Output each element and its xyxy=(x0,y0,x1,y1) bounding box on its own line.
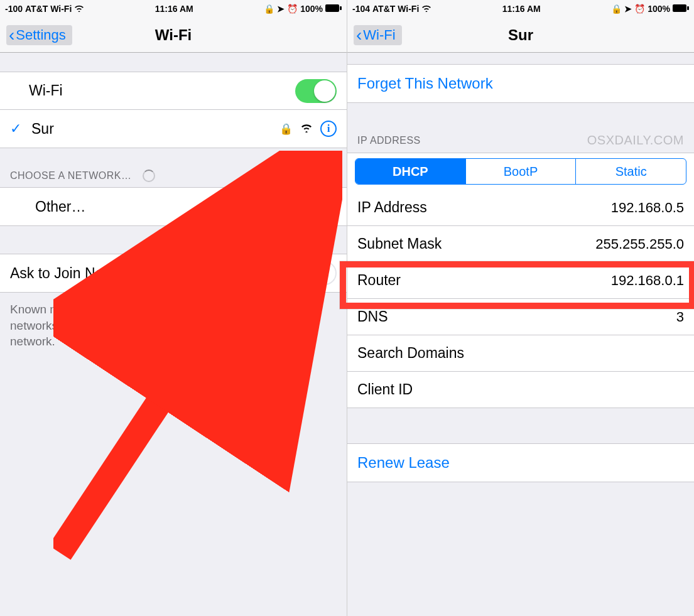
svg-rect-3 xyxy=(673,4,686,12)
wifi-toggle-row[interactable]: Wi-Fi xyxy=(0,72,347,110)
nav-bar: ‹ Wi-Fi Sur xyxy=(347,18,694,53)
battery-icon xyxy=(325,4,342,14)
wifi-toggle[interactable] xyxy=(295,79,337,103)
alarm-icon: ⏰ xyxy=(634,4,645,14)
ip-mode-segmented[interactable]: DHCP BootP Static xyxy=(355,158,686,185)
location-icon: ➤ xyxy=(624,4,632,14)
subnet-mask-row: Subnet Mask 255.255.255.0 xyxy=(347,226,694,262)
ip-address-value: 192.168.0.5 xyxy=(611,200,684,216)
signal-strength: -100 xyxy=(5,4,23,14)
spinner-icon xyxy=(143,170,155,182)
svg-rect-0 xyxy=(325,4,339,12)
wifi-icon xyxy=(74,4,84,14)
renew-lease-button[interactable]: Renew Lease xyxy=(347,444,694,482)
location-icon: ➤ xyxy=(277,4,285,14)
segment-bootp[interactable]: BootP xyxy=(466,159,577,184)
status-bar: -100 AT&T Wi-Fi 11:16 AM 🔒 ➤ ⏰ 100% xyxy=(0,0,347,18)
chevron-left-icon: ‹ xyxy=(9,26,14,44)
clock: 11:16 AM xyxy=(155,4,193,14)
page-title: Sur xyxy=(508,26,533,44)
battery-percent: 100% xyxy=(648,4,670,14)
lock-icon: 🔒 xyxy=(279,122,293,136)
segment-static[interactable]: Static xyxy=(576,159,686,184)
lock-icon: 🔒 xyxy=(264,4,274,14)
ask-to-join-label: Ask to Join Networks xyxy=(10,265,145,282)
search-domains-row[interactable]: Search Domains xyxy=(347,335,694,372)
wifi-toggle-label: Wi-Fi xyxy=(10,82,63,99)
lock-icon: 🔒 xyxy=(611,4,622,14)
wifi-icon xyxy=(421,4,431,14)
ip-address-header: IP ADDRESS osxdaily.com xyxy=(347,128,694,153)
dns-value: 3 xyxy=(676,309,684,325)
carrier-name: AT&T Wi-Fi xyxy=(372,4,419,14)
wifi-settings-screen: -100 AT&T Wi-Fi 11:16 AM 🔒 ➤ ⏰ 100% ‹ Se xyxy=(0,0,347,616)
forget-network-button[interactable]: Forget This Network xyxy=(347,65,694,102)
segment-dhcp[interactable]: DHCP xyxy=(355,159,466,184)
wifi-strength-icon xyxy=(300,122,313,136)
svg-rect-1 xyxy=(340,6,342,10)
ask-to-join-toggle[interactable] xyxy=(295,261,337,285)
choose-network-header: CHOOSE A NETWORK… xyxy=(0,165,347,187)
battery-percent: 100% xyxy=(300,4,323,14)
client-id-row[interactable]: Client ID xyxy=(347,372,694,408)
network-details-screen: -104 AT&T Wi-Fi 11:16 AM 🔒 ➤ ⏰ 100% ‹ Wi xyxy=(347,0,694,616)
dns-row[interactable]: DNS 3 xyxy=(347,299,694,335)
checkmark-icon: ✓ xyxy=(10,121,23,137)
connected-network-row[interactable]: ✓ Sur 🔒 i xyxy=(0,110,347,148)
alarm-icon: ⏰ xyxy=(287,4,298,14)
router-row: Router 192.168.0.1 xyxy=(347,262,694,299)
ip-address-row: IP Address 192.168.0.5 xyxy=(347,190,694,226)
clock: 11:16 AM xyxy=(502,4,541,14)
chevron-left-icon: ‹ xyxy=(356,26,362,44)
back-button[interactable]: ‹ Settings xyxy=(6,25,72,45)
nav-bar: ‹ Settings Wi-Fi xyxy=(0,18,347,53)
battery-icon xyxy=(673,4,689,14)
signal-strength: -104 xyxy=(352,4,370,14)
other-label: Other… xyxy=(35,198,86,215)
svg-rect-4 xyxy=(687,6,689,10)
carrier-name: AT&T Wi-Fi xyxy=(25,4,72,14)
router-value: 192.168.0.1 xyxy=(611,273,684,289)
ask-to-join-row[interactable]: Ask to Join Networks xyxy=(0,254,347,292)
watermark: osxdaily.com xyxy=(587,133,684,148)
network-name: Sur xyxy=(31,121,54,138)
other-network-row[interactable]: Other… xyxy=(0,188,347,225)
back-label: Wi-Fi xyxy=(363,27,395,43)
page-title: Wi-Fi xyxy=(155,26,192,44)
back-label: Settings xyxy=(16,27,66,43)
status-bar: -104 AT&T Wi-Fi 11:16 AM 🔒 ➤ ⏰ 100% xyxy=(347,0,694,18)
back-button[interactable]: ‹ Wi-Fi xyxy=(354,25,402,45)
footer-help-text: Known networks will be joined automatica… xyxy=(0,293,347,359)
subnet-mask-value: 255.255.255.0 xyxy=(595,236,684,252)
info-icon[interactable]: i xyxy=(320,121,337,137)
